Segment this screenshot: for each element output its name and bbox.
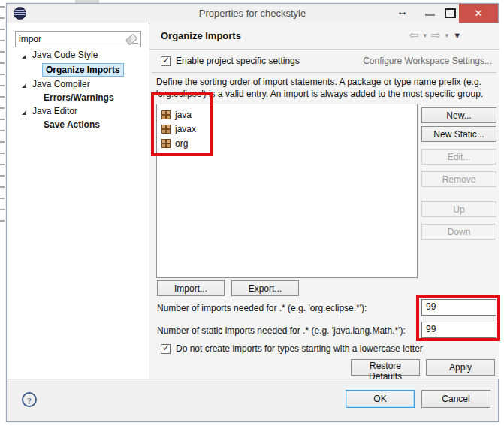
checkmark-icon: ✓ [162,343,170,353]
dialog-title: Properties for checkstyle [7,4,498,23]
tree-expander-icon[interactable] [22,83,26,88]
annotation-box-import-groups [151,92,213,156]
back-arrow-icon[interactable]: ⇦ [409,29,419,42]
sidebar-item-java-editor[interactable]: Java Editor [32,106,77,116]
page-title: Organize Imports [161,30,241,41]
static-imports-threshold-label: Number of static imports needed for .* (… [157,325,406,336]
minimize-icon[interactable] [425,14,435,16]
imports-threshold-label: Number of imports needed for .* (e.g. 'o… [157,303,367,313]
import-button[interactable]: Import... [157,280,225,296]
sidebar-item-save-actions[interactable]: Save Actions [44,119,100,130]
sidebar-item-errors-warnings[interactable]: Errors/Warnings [44,92,114,103]
properties-dialog: Properties for checkstyle ↔ ✕ Java Code … [6,3,499,422]
configure-workspace-settings-link[interactable]: Configure Workspace Settings... [363,56,492,66]
lowercase-imports-label: Do not create imports for types starting… [176,343,423,354]
restore-defaults-button[interactable]: Restore Defaults [351,359,420,376]
tree-expander-icon[interactable] [22,110,26,115]
title-bar[interactable]: Properties for checkstyle ↔ ✕ [7,4,498,23]
clear-search-icon[interactable] [125,34,138,46]
description-line1: Define the sorting order of import state… [156,77,481,87]
annotation-box-import-thresholds [416,295,500,341]
help-icon[interactable]: ? [22,392,37,407]
ok-button[interactable]: OK [346,390,415,408]
edit-button: Edit... [421,149,496,165]
sidebar-item-java-code-style[interactable]: Java Code Style [32,50,98,60]
new-static-button[interactable]: New Static... [421,126,496,142]
header-divider [149,49,499,50]
search-input[interactable] [19,32,120,46]
close-button[interactable]: ✕ [459,4,498,23]
clear-search-icon-line [133,43,138,44]
remove-button: Remove [421,171,496,187]
settings-divider [152,72,496,73]
eclipse-logo-icon [14,7,26,20]
up-button: Up [421,201,496,217]
forward-dropdown-icon[interactable]: ▾ [445,32,449,39]
enable-project-settings-label: Enable project specific settings [176,56,300,66]
lowercase-imports-checkbox[interactable]: ✓ [161,344,171,354]
view-menu-icon[interactable]: ▼ [453,31,461,40]
resize-arrows-icon[interactable]: ↔ [397,5,408,17]
export-button[interactable]: Export... [231,280,299,296]
down-button: Down [421,224,496,240]
forward-arrow-icon[interactable]: ⇨ [431,29,441,42]
filter-search-box[interactable] [15,31,141,47]
sidebar-item-organize-imports[interactable]: Organize Imports [42,63,124,77]
background-window-edge [0,6,5,231]
cancel-button[interactable]: Cancel [421,390,490,408]
sidebar-item-java-compiler[interactable]: Java Compiler [32,79,90,89]
checkmark-icon: ✓ [162,55,170,65]
enable-project-settings-checkbox[interactable]: ✓ [161,56,171,66]
maximize-icon[interactable] [445,8,456,18]
tree-expander-icon[interactable] [22,54,26,59]
new-button[interactable]: New... [421,107,496,123]
apply-button[interactable]: Apply [426,359,495,376]
back-dropdown-icon[interactable]: ▾ [424,32,427,39]
